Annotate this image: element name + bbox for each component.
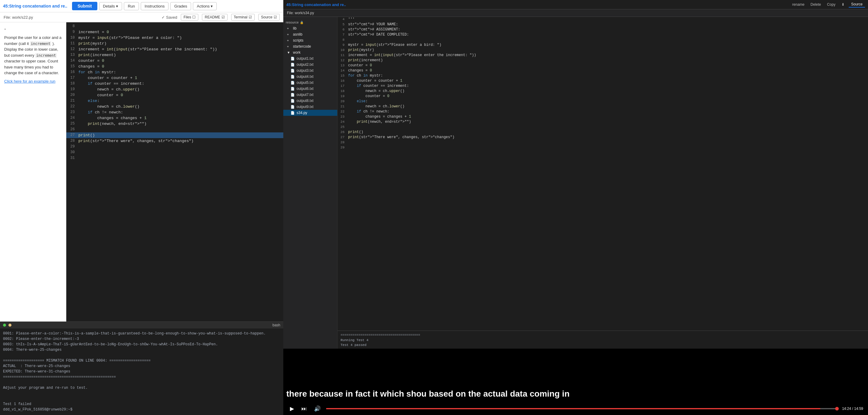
line-number: 18 xyxy=(66,81,79,87)
submit-button[interactable]: Submit xyxy=(72,2,97,10)
line-number: 13 xyxy=(338,63,348,68)
readme-check: ☑ xyxy=(221,15,225,19)
file-item[interactable]: 📄s34.py xyxy=(283,110,337,116)
actions-button[interactable]: Actions xyxy=(193,2,217,10)
code-line: 9increment = 0 xyxy=(66,29,283,35)
folder-item[interactable]: ▼work xyxy=(283,50,337,56)
line-number: 17 xyxy=(338,84,348,89)
video-progress-bar[interactable] xyxy=(326,408,838,409)
right-code-content[interactable]: 4'''5str">"cmt"># YOUR NAME:6str">"cmt">… xyxy=(338,17,868,331)
line-number: 23 xyxy=(66,110,79,115)
line-code: newch = ch.lower() xyxy=(79,104,283,110)
code-line: 28print(str">"There were", changes, str"… xyxy=(66,138,283,144)
terminal-label: Terminal xyxy=(234,15,247,19)
source-button[interactable]: Source ☑ xyxy=(258,14,280,21)
code-line: 24 changes = changes + 1 xyxy=(66,115,283,121)
code-line: 27print() xyxy=(66,132,283,138)
line-code: changes = 0 xyxy=(348,68,868,73)
saved-indicator: ✓ Saved xyxy=(161,15,177,20)
file-item[interactable]: 📄output6.txt xyxy=(283,86,337,92)
line-code: counter = counter + 1 xyxy=(348,79,868,84)
code-line: 18 if counter == increment: xyxy=(66,81,283,87)
terminal-content[interactable]: 0001: Please-enter-a-color:-This-is-a-sa… xyxy=(0,328,283,415)
grades-button[interactable]: Grades xyxy=(170,2,191,10)
video-controls: ▶ ⏭ 🔊 14:24 / 14:59 xyxy=(283,402,868,415)
instructions-text: Prompt the user for a color and a number… xyxy=(4,35,62,76)
line-number: 30 xyxy=(66,150,79,155)
line-number: 7 xyxy=(338,32,348,37)
rename-button[interactable]: rename xyxy=(790,2,807,7)
file-tree-label: output9.txt xyxy=(297,105,313,109)
details-button[interactable]: Details xyxy=(99,2,122,10)
file-item[interactable]: 📄output3.txt xyxy=(283,67,337,73)
download-button[interactable]: ⬇ xyxy=(840,2,846,7)
file-tree-label: scripts xyxy=(293,38,304,42)
line-code: str">"cmt"># DATE COMPLETED: xyxy=(348,32,868,37)
folder-icon: + xyxy=(287,27,291,30)
volume-button[interactable]: 🔊 xyxy=(312,405,322,413)
folder-icon: ▼ xyxy=(287,51,291,54)
file-item[interactable]: 📄output1.txt xyxy=(283,56,337,62)
example-run-link[interactable]: Click here for an example run xyxy=(4,79,62,84)
file-item[interactable]: 📄output8.txt xyxy=(283,98,337,104)
folder-item[interactable]: +asnlib xyxy=(283,31,337,37)
file-tree-label: startercode xyxy=(293,45,311,49)
instructions-button[interactable]: Instructions xyxy=(141,2,168,10)
readme-button[interactable]: README ☑ xyxy=(202,14,227,21)
file-bar: File: work/s22.py ✓ Saved Files ☐ README… xyxy=(0,12,283,22)
line-code: print(str">"There were", changes, str">"… xyxy=(348,135,868,140)
folder-icon: + xyxy=(287,33,291,36)
file-title: File: work/s22.py xyxy=(4,15,158,20)
folder-item[interactable]: +lib xyxy=(283,25,337,31)
main-content: - Prompt the user for a color and a numb… xyxy=(0,22,283,322)
folder-item[interactable]: +scripts xyxy=(283,37,337,43)
file-item[interactable]: 📄output4.txt xyxy=(283,73,337,80)
source-tab[interactable]: Source xyxy=(849,1,865,7)
line-number: 27 xyxy=(66,132,79,138)
code-line: 25 print(newch, end=str">"") xyxy=(66,121,283,127)
line-number: 12 xyxy=(66,47,79,52)
skip-button[interactable]: ⏭ xyxy=(300,405,309,413)
code-line: 15for ch in mystr: xyxy=(338,73,868,79)
file-item[interactable]: 📄output9.txt xyxy=(283,104,337,110)
line-number: 13 xyxy=(66,52,79,58)
line-code: else: xyxy=(348,99,868,104)
file-tree-label: output8.txt xyxy=(297,99,313,103)
copy-button[interactable]: Copy xyxy=(825,2,837,7)
code-line: 17 if counter == increment: xyxy=(338,84,868,89)
line-code: print(increment) xyxy=(79,52,283,58)
line-code: ''' xyxy=(348,17,868,22)
line-number: 21 xyxy=(338,104,348,109)
code-line: 8 xyxy=(338,37,868,42)
file-item[interactable]: 📄output2.txt xyxy=(283,62,337,67)
files-checkbox[interactable]: ☐ xyxy=(192,15,195,19)
delete-button[interactable]: Delete xyxy=(809,2,823,7)
code-line: 13print(increment) xyxy=(66,52,283,58)
line-number: 28 xyxy=(66,138,79,144)
folder-icon: + xyxy=(287,39,291,42)
code-content[interactable]: 89increment = 010mystr = input(str">"Ple… xyxy=(66,22,283,322)
line-number: 17 xyxy=(66,75,79,81)
file-tree-label: output4.txt xyxy=(297,75,313,79)
file-item[interactable]: 📄output7.txt xyxy=(283,92,337,98)
line-number: 22 xyxy=(338,109,348,114)
line-code: newch = ch.upper() xyxy=(79,87,283,92)
line-code: changes = changes + 1 xyxy=(348,114,868,119)
code-line: 25 xyxy=(338,124,868,130)
terminal-button[interactable]: Terminal ☑ xyxy=(231,14,255,21)
line-number: 11 xyxy=(66,41,79,47)
line-code: if counter == increment: xyxy=(79,81,283,87)
files-button[interactable]: Files ☐ xyxy=(181,14,198,21)
line-code: for ch in mystr: xyxy=(79,69,283,75)
file-item[interactable]: 📄output5.txt xyxy=(283,80,337,86)
file-icon: 📄 xyxy=(290,75,295,79)
folder-item[interactable]: +startercode xyxy=(283,43,337,50)
right-top-bar: 45:String concatenation and re.. rename … xyxy=(283,0,868,9)
line-number: 28 xyxy=(338,140,348,145)
run-button[interactable]: Run xyxy=(124,2,139,10)
code-line: 26print() xyxy=(338,130,868,135)
code-line: 12print(increment) xyxy=(338,58,868,63)
collapse-button[interactable]: - xyxy=(4,26,6,32)
right-file-bar: File: work/s34.py xyxy=(283,9,868,17)
play-button[interactable]: ▶ xyxy=(288,405,296,413)
